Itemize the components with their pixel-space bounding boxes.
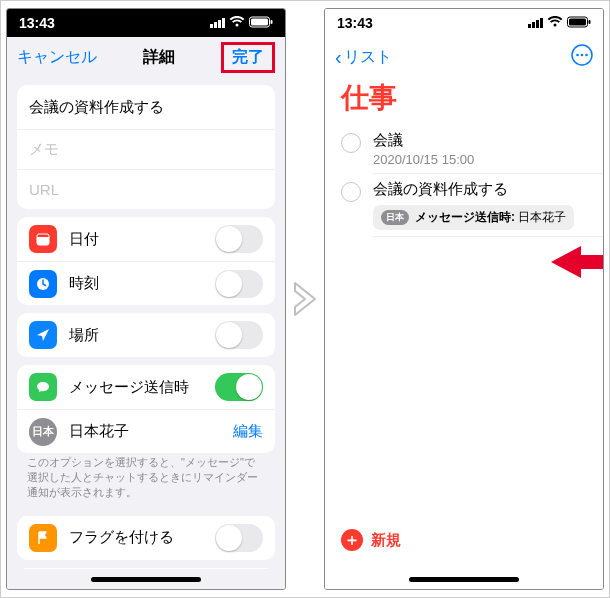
status-indicators bbox=[210, 15, 273, 31]
complete-circle-icon[interactable] bbox=[341, 182, 361, 202]
callout-arrow-icon bbox=[551, 242, 603, 286]
group-date-time: 日付 時刻 bbox=[17, 217, 275, 305]
row-messaging[interactable]: メッセージ送信時 bbox=[17, 365, 275, 409]
status-time: 13:43 bbox=[19, 15, 55, 31]
row-location[interactable]: 場所 bbox=[17, 313, 275, 357]
url-field[interactable]: URL bbox=[17, 169, 275, 209]
messaging-badge: 日本 メッセージ送信時: 日本花子 bbox=[373, 205, 574, 230]
back-button[interactable]: ‹ リスト bbox=[335, 47, 392, 68]
edit-contact-button[interactable]: 編集 bbox=[233, 422, 263, 441]
row-contact[interactable]: 日本 日本花子 編集 bbox=[17, 409, 275, 453]
cancel-button[interactable]: キャンセル bbox=[17, 47, 97, 68]
battery-icon bbox=[249, 15, 273, 31]
svg-point-12 bbox=[581, 54, 584, 57]
svg-rect-1 bbox=[251, 19, 268, 26]
list-item[interactable]: 会議 2020/10/15 15:00 bbox=[325, 125, 603, 173]
row-date[interactable]: 日付 bbox=[17, 217, 275, 261]
done-button[interactable]: 完了 bbox=[232, 48, 264, 65]
row-time[interactable]: 時刻 bbox=[17, 261, 275, 305]
calendar-icon bbox=[29, 225, 57, 253]
home-indicator bbox=[325, 569, 603, 589]
new-reminder-button[interactable]: ＋ 新規 bbox=[341, 529, 401, 551]
svg-point-11 bbox=[576, 54, 579, 57]
status-bar: 13:43 bbox=[7, 9, 285, 37]
chevron-left-icon: ‹ bbox=[335, 47, 342, 67]
wifi-icon bbox=[547, 15, 563, 31]
list-item[interactable]: 会議の資料作成する 日本 メッセージ送信時: 日本花子 bbox=[325, 174, 603, 236]
row-priority[interactable]: 優先順位 なし › bbox=[17, 568, 275, 569]
complete-circle-icon[interactable] bbox=[341, 133, 361, 153]
clock-icon bbox=[29, 270, 57, 298]
plus-circle-icon: ＋ bbox=[341, 529, 363, 551]
group-messaging: メッセージ送信時 日本 日本花子 編集 bbox=[17, 365, 275, 453]
done-button-highlight: 完了 bbox=[221, 42, 275, 73]
time-toggle[interactable] bbox=[215, 270, 263, 298]
svg-point-13 bbox=[585, 54, 588, 57]
cellular-icon bbox=[210, 18, 225, 28]
wifi-icon bbox=[229, 15, 245, 31]
transition-arrow-icon bbox=[290, 279, 320, 319]
message-icon bbox=[29, 373, 57, 401]
detail-form: 会議の資料作成する メモ URL 日付 bbox=[7, 77, 285, 569]
status-bar: 13:43 bbox=[325, 9, 603, 37]
svg-rect-2 bbox=[271, 20, 273, 24]
row-flag[interactable]: フラグを付ける bbox=[17, 516, 275, 560]
home-indicator bbox=[7, 569, 285, 589]
status-indicators bbox=[528, 15, 591, 31]
status-time: 13:43 bbox=[337, 15, 373, 31]
svg-rect-8 bbox=[569, 19, 586, 26]
memo-field[interactable]: メモ bbox=[17, 129, 275, 169]
group-title-memo-url: 会議の資料作成する メモ URL bbox=[17, 85, 275, 209]
item-title: 会議 bbox=[373, 131, 587, 150]
nav-title: 詳細 bbox=[143, 47, 175, 68]
item-title: 会議の資料作成する bbox=[373, 180, 587, 199]
location-toggle[interactable] bbox=[215, 321, 263, 349]
ellipsis-circle-icon bbox=[571, 44, 593, 66]
contact-avatar-icon: 日本 bbox=[29, 418, 57, 446]
nav-bar: キャンセル 詳細 完了 bbox=[7, 37, 285, 77]
battery-icon bbox=[567, 15, 591, 31]
group-flag: フラグを付ける bbox=[17, 516, 275, 560]
messaging-footnote: このオプションを選択すると、"メッセージ"で選択した人とチャットするときにリマイ… bbox=[7, 455, 285, 508]
date-toggle[interactable] bbox=[215, 225, 263, 253]
group-priority-list: 優先順位 なし › リスト 仕事 › bbox=[17, 568, 275, 569]
svg-rect-9 bbox=[589, 20, 591, 24]
reminder-list: 仕事 会議 2020/10/15 15:00 会議の資料作成する 日本 メッセー… bbox=[325, 77, 603, 569]
list-title: 仕事 bbox=[325, 77, 603, 125]
phone-left: 13:43 キャンセル 詳細 完了 会議の資料作成する メモ bbox=[6, 8, 286, 590]
contact-mini-icon: 日本 bbox=[381, 210, 409, 225]
nav-bar: ‹ リスト bbox=[325, 37, 603, 77]
flag-toggle[interactable] bbox=[215, 524, 263, 552]
cellular-icon bbox=[528, 18, 543, 28]
flag-icon bbox=[29, 524, 57, 552]
phone-right: 13:43 ‹ リスト 仕事 会議 2020/10 bbox=[324, 8, 604, 590]
title-field[interactable]: 会議の資料作成する bbox=[17, 85, 275, 129]
more-button[interactable] bbox=[571, 44, 593, 70]
messaging-toggle[interactable] bbox=[215, 373, 263, 401]
location-icon bbox=[29, 321, 57, 349]
group-location: 場所 bbox=[17, 313, 275, 357]
item-subtitle: 2020/10/15 15:00 bbox=[373, 152, 587, 167]
